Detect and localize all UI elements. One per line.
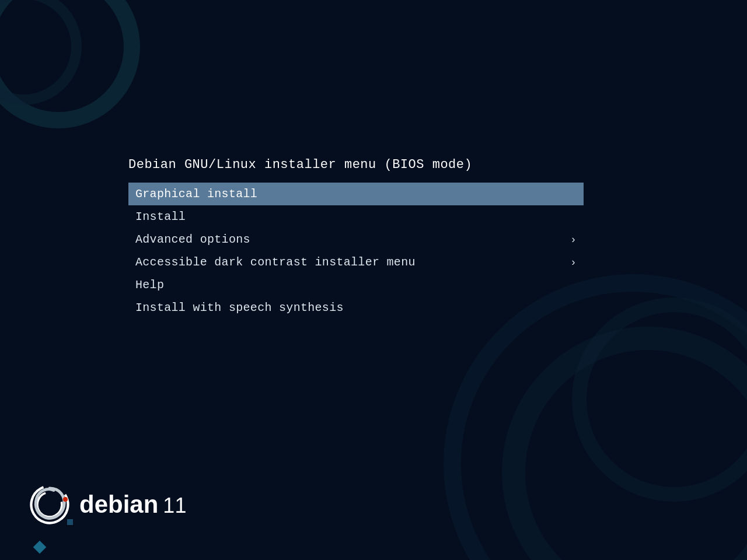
installer-title: Debian GNU/Linux installer menu (BIOS mo… [128,158,607,172]
menu-item-label-help: Help [135,278,577,292]
menu-item-advanced-options[interactable]: Advanced options› [128,228,584,251]
menu-item-graphical-install[interactable]: Graphical install [128,183,584,205]
submenu-arrow-icon-accessible-dark-contrast: › [570,257,577,268]
menu-item-label-graphical-install: Graphical install [135,187,577,201]
menu-item-install-speech[interactable]: Install with speech synthesis [128,296,584,319]
bg-arc-top-left [0,0,140,128]
debian-swirl-icon [29,484,70,525]
bg-arc-mid-right [572,298,747,502]
debian-name-label: debian [79,491,158,519]
menu-item-label-install: Install [135,210,577,223]
debian-red-dot [63,497,68,502]
diamond-decoration [33,541,47,554]
bg-arc-top-left-2 [0,0,82,105]
debian-version-label: 11 [163,494,186,518]
debian-brand-text: debian 11 [79,491,186,519]
menu-item-install[interactable]: Install [128,205,584,228]
menu-item-label-accessible-dark-contrast: Accessible dark contrast installer menu [135,256,564,269]
menu-item-help[interactable]: Help [128,274,584,296]
installer-menu: Graphical installInstallAdvanced options… [128,183,584,319]
debian-logo: debian 11 [29,484,186,525]
debian-swirl-container [29,484,70,525]
submenu-arrow-icon-advanced-options: › [570,234,577,246]
menu-item-accessible-dark-contrast[interactable]: Accessible dark contrast installer menu› [128,251,584,274]
menu-item-label-install-speech: Install with speech synthesis [135,301,577,314]
menu-item-label-advanced-options: Advanced options [135,233,564,246]
installer-content: Debian GNU/Linux installer menu (BIOS mo… [128,158,607,319]
bg-curve-bottom-right [502,327,747,560]
